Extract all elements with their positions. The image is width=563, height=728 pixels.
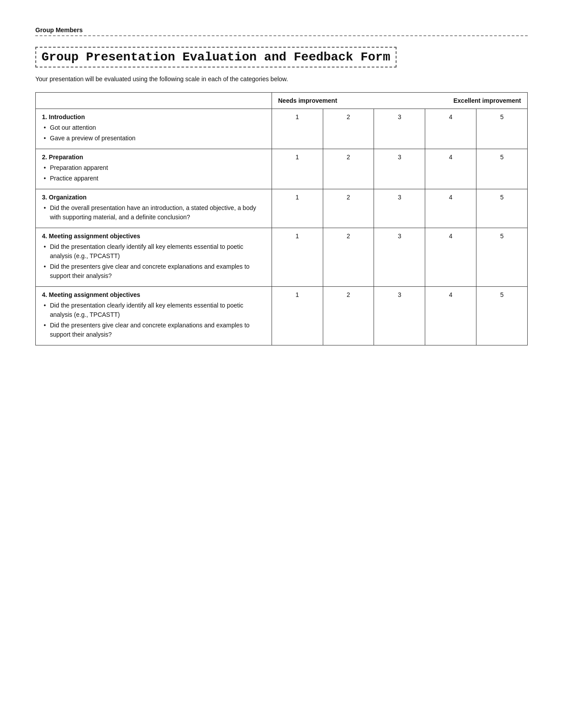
- scale-cell-4-3: 3: [374, 287, 425, 345]
- group-members-label: Group Members: [35, 26, 528, 34]
- scale-cell-2-4: 4: [425, 189, 476, 228]
- scale-cell-0-5: 5: [476, 109, 528, 149]
- table-row: 1. IntroductionGot our attentionGave a p…: [36, 109, 528, 149]
- category-title-2: 3. Organization: [42, 194, 265, 201]
- category-title-0: 1. Introduction: [42, 113, 265, 120]
- scale-cell-2-2: 2: [323, 189, 374, 228]
- scale-cell-1-5: 5: [476, 149, 528, 189]
- bullet-list-4: Did the presentation clearly identify al…: [42, 301, 265, 339]
- bullet-item-0-0: Got our attention: [44, 123, 265, 132]
- page-title: Group Presentation Evaluation and Feedba…: [35, 47, 397, 68]
- category-cell-2: 3. OrganizationDid the overall presentat…: [36, 189, 272, 228]
- scale-cell-0-1: 1: [272, 109, 323, 149]
- category-cell-1: 2. PreparationPreparation apparentPracti…: [36, 149, 272, 189]
- scale-cell-1-4: 4: [425, 149, 476, 189]
- scale-cell-4-5: 5: [476, 287, 528, 345]
- scale-cell-3-5: 5: [476, 228, 528, 287]
- scale-cell-0-3: 3: [374, 109, 425, 149]
- bullet-item-4-0: Did the presentation clearly identify al…: [44, 301, 265, 319]
- scale-cell-0-2: 2: [323, 109, 374, 149]
- bullet-item-1-1: Practice apparent: [44, 174, 265, 183]
- header-divider: [35, 35, 528, 36]
- scale-cell-0-4: 4: [425, 109, 476, 149]
- bullet-list-1: Preparation apparentPractice apparent: [42, 163, 265, 183]
- bullet-list-2: Did the overall presentation have an int…: [42, 203, 265, 222]
- table-body: 1. IntroductionGot our attentionGave a p…: [36, 109, 528, 345]
- category-title-4: 4. Meeting assignment objectives: [42, 291, 265, 298]
- bullet-item-1-0: Preparation apparent: [44, 163, 265, 173]
- evaluation-table: Needs improvement Excellent improvement …: [35, 92, 528, 345]
- scale-cell-4-4: 4: [425, 287, 476, 345]
- needs-improvement-header: Needs improvement: [272, 93, 374, 109]
- scale-cell-1-3: 3: [374, 149, 425, 189]
- scale-cell-1-2: 2: [323, 149, 374, 189]
- excellent-improvement-header: Excellent improvement: [374, 93, 528, 109]
- category-cell-3: 4. Meeting assignment objectivesDid the …: [36, 228, 272, 287]
- bullet-list-0: Got our attentionGave a preview of prese…: [42, 123, 265, 143]
- category-title-3: 4. Meeting assignment objectives: [42, 233, 265, 240]
- category-title-1: 2. Preparation: [42, 154, 265, 161]
- bullet-item-3-1: Did the presenters give clear and concre…: [44, 262, 265, 281]
- scale-cell-2-5: 5: [476, 189, 528, 228]
- category-cell-0: 1. IntroductionGot our attentionGave a p…: [36, 109, 272, 149]
- scale-cell-3-1: 1: [272, 228, 323, 287]
- bullet-item-3-0: Did the presentation clearly identify al…: [44, 242, 265, 261]
- scale-cell-3-4: 4: [425, 228, 476, 287]
- category-cell-4: 4. Meeting assignment objectivesDid the …: [36, 287, 272, 345]
- table-row: 2. PreparationPreparation apparentPracti…: [36, 149, 528, 189]
- bullet-list-3: Did the presentation clearly identify al…: [42, 242, 265, 281]
- table-row: 4. Meeting assignment objectivesDid the …: [36, 287, 528, 345]
- scale-cell-4-1: 1: [272, 287, 323, 345]
- scale-cell-3-2: 2: [323, 228, 374, 287]
- scale-cell-3-3: 3: [374, 228, 425, 287]
- table-row: 4. Meeting assignment objectivesDid the …: [36, 228, 528, 287]
- bullet-item-4-1: Did the presenters give clear and concre…: [44, 321, 265, 339]
- bullet-item-0-1: Gave a preview of presentation: [44, 134, 265, 143]
- scale-cell-4-2: 2: [323, 287, 374, 345]
- table-header-row: Needs improvement Excellent improvement: [36, 93, 528, 109]
- page-subtitle: Your presentation will be evaluated usin…: [35, 75, 528, 83]
- table-row: 3. OrganizationDid the overall presentat…: [36, 189, 528, 228]
- scale-cell-2-1: 1: [272, 189, 323, 228]
- group-members-section: Group Members: [35, 26, 528, 36]
- bullet-item-2-0: Did the overall presentation have an int…: [44, 203, 265, 222]
- criteria-header: [36, 93, 272, 109]
- scale-cell-2-3: 3: [374, 189, 425, 228]
- scale-cell-1-1: 1: [272, 149, 323, 189]
